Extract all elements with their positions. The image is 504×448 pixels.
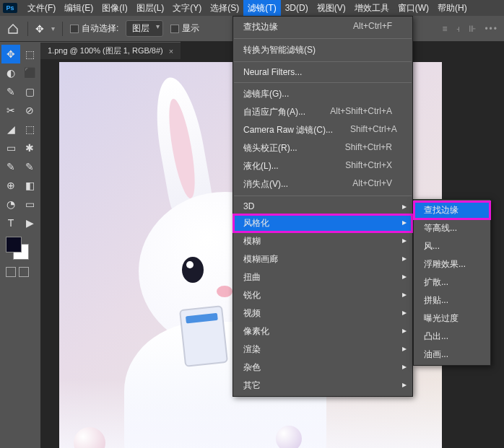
submenu-item-等高线...[interactable]: 等高线... xyxy=(414,219,490,237)
submenu-item-凸出...[interactable]: 凸出... xyxy=(414,328,490,346)
tab-title: 1.png @ 100% (图层 1, RGB/8#) xyxy=(48,45,163,56)
menu-item-模糊[interactable]: 模糊▸ xyxy=(233,232,412,250)
menu-文字(Y)[interactable]: 文字(Y) xyxy=(168,0,206,16)
tool-12[interactable]: ✎ xyxy=(1,157,20,176)
close-icon[interactable]: × xyxy=(169,47,173,56)
separator xyxy=(234,38,412,39)
align-icon[interactable]: ⫞ xyxy=(456,24,460,34)
tool-4[interactable]: ✎ xyxy=(1,82,20,101)
submenu-item-查找边缘[interactable]: 查找边缘 xyxy=(414,201,490,219)
move-tool-icon[interactable]: ✥ xyxy=(35,23,44,35)
align-icon[interactable]: ≡ xyxy=(442,24,447,34)
tool-1[interactable]: ⬚ xyxy=(20,45,39,63)
tool-2[interactable]: ◐ xyxy=(1,63,20,82)
auto-select-checkbox[interactable]: 自动选择: xyxy=(70,22,118,35)
tool-11[interactable]: ✱ xyxy=(20,139,39,157)
tool-19[interactable]: ▶ xyxy=(20,214,39,232)
menu-窗口(W)[interactable]: 窗口(W) xyxy=(394,0,433,16)
show-transform-checkbox[interactable]: 显示 xyxy=(170,22,199,35)
menu-item-自适应广角(A)...[interactable]: 自适应广角(A)...Alt+Shift+Ctrl+A xyxy=(233,103,412,121)
menu-item-像素化[interactable]: 像素化▸ xyxy=(233,322,412,341)
filter-menu: 查找边缘Alt+Ctrl+F转换为智能滤镜(S)Neural Filters..… xyxy=(233,16,413,397)
tools-panel: ✥⬚◐⬛✎▢✂⊘◢⬚▭✱✎✎⊕◧◔▭T▶ xyxy=(0,42,40,448)
menu-编辑(E)[interactable]: 编辑(E) xyxy=(60,0,97,16)
menu-item-查找边缘[interactable]: 查找边缘Alt+Ctrl+F xyxy=(233,18,412,36)
menu-item-滤镜库(G)...[interactable]: 滤镜库(G)... xyxy=(233,85,412,103)
tool-6[interactable]: ✂ xyxy=(1,101,20,120)
tool-0[interactable]: ✥ xyxy=(1,45,20,63)
auto-select-label: 自动选择: xyxy=(82,22,118,35)
home-icon[interactable] xyxy=(6,22,20,36)
tool-9[interactable]: ⬚ xyxy=(20,120,39,139)
tool-10[interactable]: ▭ xyxy=(1,139,20,157)
separator xyxy=(234,61,412,62)
tool-15[interactable]: ◧ xyxy=(20,176,39,195)
tool-18[interactable]: T xyxy=(1,214,20,232)
tool-14[interactable]: ⊕ xyxy=(1,176,20,195)
submenu-item-曝光过度[interactable]: 曝光过度 xyxy=(414,309,490,328)
menu-item-液化(L)...[interactable]: 液化(L)...Shift+Ctrl+X xyxy=(233,157,412,175)
tool-17[interactable]: ▭ xyxy=(20,195,39,214)
menu-item-镜头校正(R)...[interactable]: 镜头校正(R)...Shift+Ctrl+R xyxy=(233,139,412,157)
submenu-item-拼贴...[interactable]: 拼贴... xyxy=(414,291,490,309)
separator xyxy=(234,196,412,196)
fg-swatch[interactable] xyxy=(6,237,22,252)
menu-item-消失点(V)...[interactable]: 消失点(V)...Alt+Ctrl+V xyxy=(233,175,412,193)
tool-5[interactable]: ▢ xyxy=(20,82,39,101)
quickmask-icon[interactable] xyxy=(6,267,16,277)
menu-选择(S)[interactable]: 选择(S) xyxy=(206,0,243,16)
more-icon[interactable]: ••• xyxy=(485,24,498,34)
menu-item-杂色[interactable]: 杂色▸ xyxy=(233,359,412,377)
menu-item-扭曲[interactable]: 扭曲▸ xyxy=(233,268,412,286)
separator xyxy=(234,82,412,83)
tool-8[interactable]: ◢ xyxy=(1,120,20,139)
menu-帮助(H)[interactable]: 帮助(H) xyxy=(433,0,472,16)
screenmode-icon[interactable] xyxy=(19,267,29,277)
divider xyxy=(27,22,28,36)
menu-item-Camera Raw 滤镜(C)...[interactable]: Camera Raw 滤镜(C)...Shift+Ctrl+A xyxy=(233,121,412,139)
options-right-icons: ≡ ⫞ ⊪ ••• xyxy=(442,24,498,34)
layer-select[interactable]: 图层 xyxy=(126,20,163,37)
menu-item-渲染[interactable]: 渲染▸ xyxy=(233,341,412,359)
menu-item-Neural Filters...[interactable]: Neural Filters... xyxy=(233,64,412,80)
menu-图像(I)[interactable]: 图像(I) xyxy=(97,0,131,16)
menu-增效工具[interactable]: 增效工具 xyxy=(350,0,394,16)
show-label: 显示 xyxy=(182,22,199,35)
submenu-item-浮雕效果...[interactable]: 浮雕效果... xyxy=(414,255,490,273)
chevron-down-icon[interactable]: ▾ xyxy=(51,25,55,32)
menu-item-风格化[interactable]: 风格化▸ xyxy=(233,214,412,232)
document-tab[interactable]: 1.png @ 100% (图层 1, RGB/8#) × xyxy=(40,42,181,59)
menu-item-锐化[interactable]: 锐化▸ xyxy=(233,286,412,304)
menu-视图(V)[interactable]: 视图(V) xyxy=(313,0,350,16)
menubar: Ps 文件(F)编辑(E)图像(I)图层(L)文字(Y)选择(S)滤镜(T)3D… xyxy=(0,0,504,16)
menu-item-3D[interactable]: 3D▸ xyxy=(233,198,412,214)
tool-16[interactable]: ◔ xyxy=(1,195,20,214)
tool-3[interactable]: ⬛ xyxy=(20,63,39,82)
menu-item-模糊画廊[interactable]: 模糊画廊▸ xyxy=(233,250,412,268)
menu-图层(L)[interactable]: 图层(L) xyxy=(132,0,169,16)
menu-3D(D)[interactable]: 3D(D) xyxy=(281,0,313,16)
submenu-item-扩散...[interactable]: 扩散... xyxy=(414,273,490,291)
app-logo: Ps xyxy=(3,3,17,13)
menu-item-视频[interactable]: 视频▸ xyxy=(233,304,412,322)
tool-7[interactable]: ⊘ xyxy=(20,101,39,120)
submenu-item-风...[interactable]: 风... xyxy=(414,237,490,255)
tool-13[interactable]: ✎ xyxy=(20,157,39,176)
submenu-item-油画...[interactable]: 油画... xyxy=(414,346,490,364)
menu-item-其它[interactable]: 其它▸ xyxy=(233,377,412,395)
menu-item-转换为智能滤镜(S)[interactable]: 转换为智能滤镜(S) xyxy=(233,41,412,59)
menu-文件(F)[interactable]: 文件(F) xyxy=(23,0,60,16)
menu-滤镜(T)[interactable]: 滤镜(T) xyxy=(243,0,280,16)
divider xyxy=(62,22,63,36)
align-icon[interactable]: ⊪ xyxy=(469,24,476,34)
stylize-submenu: 查找边缘等高线...风...浮雕效果...扩散...拼贴...曝光过度凸出...… xyxy=(413,199,491,366)
